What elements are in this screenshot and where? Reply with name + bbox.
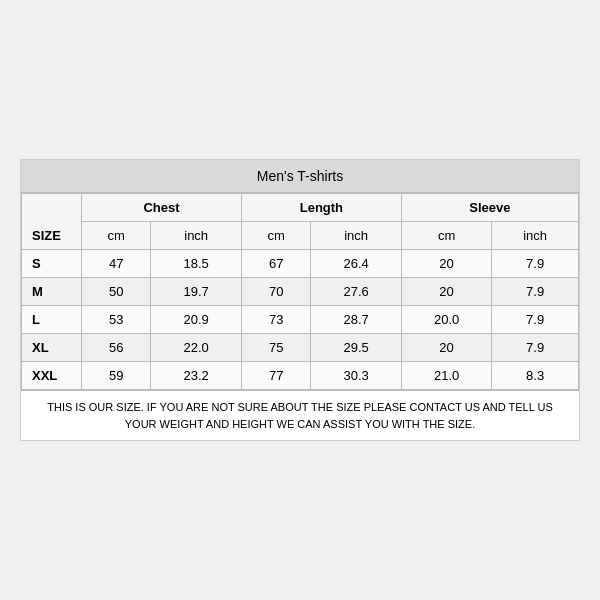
size-cell: M — [22, 278, 82, 306]
chest-inch-header: inch — [151, 222, 241, 250]
length-cm-cell: 75 — [241, 334, 310, 362]
chest-cm-cell: 59 — [82, 362, 151, 390]
chest-inch-cell: 23.2 — [151, 362, 241, 390]
sub-header-row: cm inch cm inch cm inch — [22, 222, 579, 250]
header-row-group: SIZE Chest Length Sleeve — [22, 194, 579, 222]
chest-cm-cell: 47 — [82, 250, 151, 278]
sleeve-cm-cell: 20 — [401, 334, 491, 362]
length-inch-header: inch — [311, 222, 401, 250]
sleeve-inch-cell: 7.9 — [492, 334, 579, 362]
table-row: XL 56 22.0 75 29.5 20 7.9 — [22, 334, 579, 362]
chest-cm-cell: 50 — [82, 278, 151, 306]
size-chart-container: Men's T-shirts SIZE Chest Length Sleeve … — [20, 159, 580, 441]
sleeve-inch-cell: 7.9 — [492, 278, 579, 306]
table-row: L 53 20.9 73 28.7 20.0 7.9 — [22, 306, 579, 334]
length-cm-cell: 70 — [241, 278, 310, 306]
table-row: XXL 59 23.2 77 30.3 21.0 8.3 — [22, 362, 579, 390]
chest-header: Chest — [82, 194, 242, 222]
sleeve-inch-header: inch — [492, 222, 579, 250]
sleeve-inch-cell: 7.9 — [492, 306, 579, 334]
table-row: S 47 18.5 67 26.4 20 7.9 — [22, 250, 579, 278]
length-cm-cell: 77 — [241, 362, 310, 390]
sleeve-cm-cell: 21.0 — [401, 362, 491, 390]
length-inch-cell: 29.5 — [311, 334, 401, 362]
size-cell: XXL — [22, 362, 82, 390]
chest-cm-cell: 53 — [82, 306, 151, 334]
sleeve-cm-cell: 20 — [401, 250, 491, 278]
chest-inch-cell: 19.7 — [151, 278, 241, 306]
length-inch-cell: 26.4 — [311, 250, 401, 278]
chest-inch-cell: 18.5 — [151, 250, 241, 278]
length-inch-cell: 28.7 — [311, 306, 401, 334]
size-cell: L — [22, 306, 82, 334]
table-row: M 50 19.7 70 27.6 20 7.9 — [22, 278, 579, 306]
sleeve-cm-cell: 20 — [401, 278, 491, 306]
length-cm-cell: 73 — [241, 306, 310, 334]
sleeve-cm-header: cm — [401, 222, 491, 250]
size-cell: XL — [22, 334, 82, 362]
chest-cm-header: cm — [82, 222, 151, 250]
sleeve-header: Sleeve — [401, 194, 578, 222]
sleeve-inch-cell: 8.3 — [492, 362, 579, 390]
size-cell: S — [22, 250, 82, 278]
length-cm-header: cm — [241, 222, 310, 250]
sleeve-cm-cell: 20.0 — [401, 306, 491, 334]
chest-cm-cell: 56 — [82, 334, 151, 362]
size-header: SIZE — [22, 194, 82, 250]
table-body: S 47 18.5 67 26.4 20 7.9 M 50 19.7 70 27… — [22, 250, 579, 390]
length-inch-cell: 27.6 — [311, 278, 401, 306]
table-title: Men's T-shirts — [21, 160, 579, 193]
chest-inch-cell: 20.9 — [151, 306, 241, 334]
length-header: Length — [241, 194, 401, 222]
size-table: SIZE Chest Length Sleeve cm inch cm inch… — [21, 193, 579, 390]
chest-inch-cell: 22.0 — [151, 334, 241, 362]
sleeve-inch-cell: 7.9 — [492, 250, 579, 278]
length-cm-cell: 67 — [241, 250, 310, 278]
length-inch-cell: 30.3 — [311, 362, 401, 390]
footer-note: THIS IS OUR SIZE. IF YOU ARE NOT SURE AB… — [21, 390, 579, 440]
